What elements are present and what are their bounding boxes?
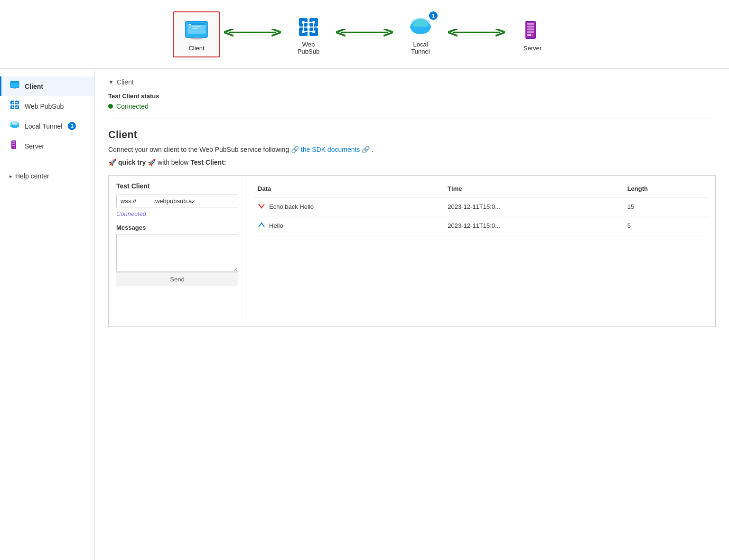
table-header-row: Data Time Length bbox=[254, 182, 708, 197]
client-panel: Test Client Connected Messages Send Data… bbox=[108, 175, 716, 327]
status-green-dot bbox=[108, 104, 113, 109]
sidebar-item-server[interactable]: Server bbox=[0, 136, 94, 156]
sidebar-helpcenter-label: Help center bbox=[15, 172, 49, 180]
cell-length: 5 bbox=[624, 216, 708, 235]
svg-rect-43 bbox=[11, 82, 19, 83]
sdk-link[interactable]: 🔗 the SDK documents 🔗 bbox=[291, 146, 372, 153]
data-table-area: Data Time Length Echo back Hello2023-12-… bbox=[246, 176, 715, 327]
svg-rect-68 bbox=[12, 145, 15, 146]
diagram-node-localtunnel[interactable]: 1 LocalTunnel bbox=[397, 9, 444, 60]
svg-rect-32 bbox=[412, 27, 429, 31]
svg-rect-7 bbox=[190, 38, 203, 39]
content-area: ▼ Client Test Client status Connected Cl… bbox=[95, 69, 729, 560]
link-chain-icon-left: 🔗 bbox=[291, 146, 299, 153]
diagram-webpubsub-label: WebPubSub bbox=[298, 41, 319, 55]
col-time: Time bbox=[444, 182, 623, 197]
diagram-client-label: Client bbox=[188, 45, 204, 52]
sidebar-client-label: Client bbox=[25, 83, 43, 90]
table-row: Echo back Hello2023-12-11T15:0...15 bbox=[254, 197, 708, 216]
sidebar-item-webpubsub[interactable]: Web PubSub bbox=[0, 96, 94, 116]
test-client-left: Test Client Connected Messages Send bbox=[109, 176, 246, 327]
col-data: Data bbox=[254, 182, 444, 197]
localtunnel-badge: 1 bbox=[429, 11, 438, 20]
diagram-node-server[interactable]: Server bbox=[509, 12, 556, 56]
sidebar-item-localtunnel[interactable]: Local Tunnel 1 bbox=[0, 116, 94, 136]
section-chevron-icon: ▼ bbox=[108, 79, 114, 85]
svg-rect-66 bbox=[12, 141, 15, 142]
main-layout: Client Web PubSub bbox=[0, 69, 729, 560]
svg-point-62 bbox=[12, 121, 18, 125]
svg-rect-4 bbox=[192, 26, 201, 27]
up-arrow-icon bbox=[258, 221, 265, 230]
diagram-arrow-3 bbox=[448, 28, 505, 40]
col-length: Length bbox=[624, 182, 708, 197]
sidebar-helpcenter[interactable]: ▸ Help center bbox=[0, 168, 94, 184]
status-row: Connected bbox=[108, 103, 716, 110]
section-header[interactable]: ▼ Client bbox=[108, 78, 716, 86]
localtunnel-sidebar-badge: 1 bbox=[68, 122, 76, 130]
quick-try-rocket-1: 🚀 bbox=[108, 159, 116, 166]
webpubsub-icon bbox=[296, 13, 321, 39]
table-row: Hello2023-12-11T15:0...5 bbox=[254, 216, 708, 235]
quick-try-description: 🚀 quick try 🚀 with below Test Client: bbox=[108, 158, 716, 168]
status-text: Connected bbox=[116, 103, 149, 110]
sidebar-item-client[interactable]: Client bbox=[0, 76, 94, 96]
svg-point-18 bbox=[312, 21, 315, 24]
svg-point-19 bbox=[302, 30, 305, 33]
svg-rect-67 bbox=[12, 143, 15, 144]
client-icon bbox=[184, 17, 209, 43]
svg-rect-40 bbox=[527, 34, 531, 36]
sdk-link-text: the SDK documents bbox=[301, 146, 360, 153]
cell-data-text: Hello bbox=[269, 222, 283, 229]
diagram-arrow-2 bbox=[336, 28, 393, 40]
down-arrow-icon bbox=[258, 202, 265, 211]
status-title: Test Client status bbox=[108, 93, 716, 100]
cell-length: 15 bbox=[624, 197, 708, 216]
helpcenter-chevron-icon: ▸ bbox=[9, 173, 12, 179]
cell-data: Hello bbox=[254, 216, 444, 235]
svg-point-17 bbox=[302, 21, 305, 24]
server-sidebar-icon bbox=[9, 140, 20, 152]
diagram-node-webpubsub[interactable]: WebPubSub bbox=[285, 9, 332, 60]
localtunnel-sidebar-icon bbox=[9, 121, 20, 131]
svg-rect-45 bbox=[12, 89, 18, 89]
cell-time: 2023-12-11T15:0... bbox=[444, 197, 623, 216]
wss-input[interactable] bbox=[116, 195, 238, 207]
svg-rect-36 bbox=[527, 23, 534, 25]
svg-rect-5 bbox=[192, 28, 198, 29]
send-button[interactable]: Send bbox=[116, 272, 238, 286]
diagram-node-client[interactable]: Client bbox=[173, 11, 220, 57]
cell-data-text: Echo back Hello bbox=[269, 203, 314, 210]
svg-line-70 bbox=[259, 204, 262, 208]
client-title: Client bbox=[108, 129, 716, 141]
data-table: Data Time Length Echo back Hello2023-12-… bbox=[254, 182, 708, 235]
connected-label: Connected bbox=[116, 210, 238, 217]
description-suffix: . bbox=[372, 146, 374, 153]
svg-point-41 bbox=[531, 34, 533, 36]
cell-time: 2023-12-11T15:0... bbox=[444, 216, 623, 235]
svg-point-69 bbox=[14, 147, 15, 148]
quick-try-bold: quick try bbox=[118, 159, 146, 166]
status-block: Test Client status Connected bbox=[108, 93, 716, 119]
sidebar-localtunnel-label: Local Tunnel bbox=[25, 122, 62, 130]
messages-textarea[interactable] bbox=[116, 234, 238, 272]
test-client-title: Test Client bbox=[116, 182, 238, 190]
svg-rect-44 bbox=[13, 88, 16, 89]
cell-data: Echo back Hello bbox=[254, 197, 444, 216]
diagram-arrow-1 bbox=[224, 28, 281, 40]
link-chain-icon-right: 🔗 bbox=[362, 146, 370, 153]
description-prefix: Connect your own client to the Web PubSu… bbox=[108, 146, 291, 153]
svg-rect-38 bbox=[527, 28, 534, 30]
client-sidebar-icon bbox=[9, 81, 20, 92]
svg-rect-39 bbox=[527, 31, 534, 33]
svg-rect-37 bbox=[527, 26, 534, 28]
svg-point-20 bbox=[312, 30, 315, 33]
diagram-localtunnel-label: LocalTunnel bbox=[411, 41, 430, 55]
diagram-server-label: Server bbox=[523, 45, 542, 52]
test-client-bold: Test Client: bbox=[190, 159, 226, 166]
client-description: Connect your own client to the Web PubSu… bbox=[108, 145, 716, 155]
webpubsub-sidebar-icon bbox=[9, 100, 20, 112]
sidebar-server-label: Server bbox=[25, 142, 44, 150]
svg-rect-3 bbox=[188, 24, 191, 25]
sidebar: Client Web PubSub bbox=[0, 69, 95, 560]
